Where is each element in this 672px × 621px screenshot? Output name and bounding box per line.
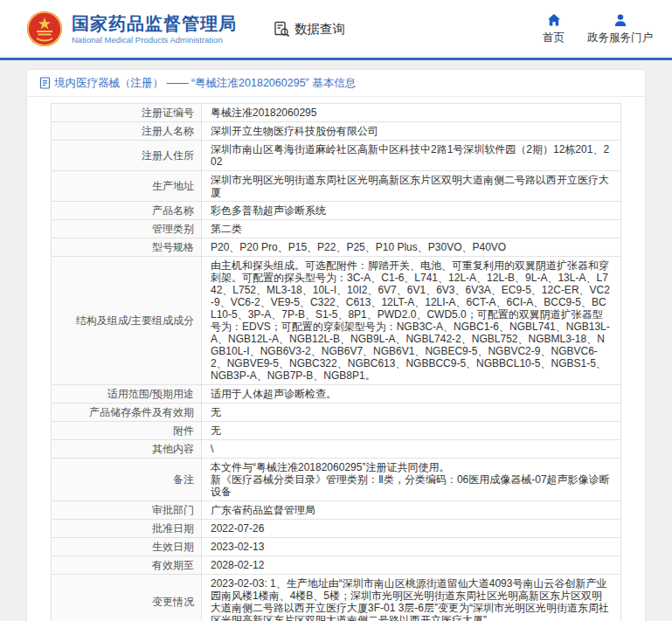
field-label: 批准日期	[52, 520, 202, 538]
field-value: 由主机和探头组成。可选配附件：脚踏开关、电池、可重复利用的双翼阴道扩张器和穿刺架…	[202, 257, 621, 385]
table-row: 其他内容\	[52, 440, 621, 459]
table-row: 审批部门广东省药品监督管理局	[52, 501, 621, 520]
field-label: 备注	[52, 459, 202, 501]
table-row: 生产地址深圳市光明区光明街道东周社区光明高新区东片区双明大道南侧二号路以西开立医…	[52, 171, 621, 202]
field-label: 审批部门	[52, 501, 202, 520]
field-value: 深圳市光明区光明街道东周社区光明高新区东片区双明大道南侧二号路以西开立医疗大厦	[202, 171, 621, 202]
table-row: 注册人住所深圳市南山区粤海街道麻岭社区高新中区科技中2路1号深圳软件园（2期）1…	[52, 141, 621, 171]
field-value: 彩色多普勒超声诊断系统	[202, 202, 621, 220]
table-row: 批准日期2022-07-26	[52, 520, 621, 538]
field-label: 型号规格	[52, 238, 202, 257]
field-label: 管理类别	[52, 220, 202, 238]
page: 国家药品监督管理局 National Medical Products Admi…	[0, 0, 672, 621]
nav-data-query[interactable]: 数据查询	[274, 21, 345, 38]
table-row: 管理类别第二类	[52, 220, 621, 238]
info-table-wrap: 注册证编号粤械注准20182060295 注册人名称深圳开立生物医疗科技股份有限…	[27, 97, 645, 621]
data-query-icon	[274, 21, 290, 38]
header-accent-rule	[0, 58, 672, 60]
agency-subtitle: National Medical Products Administration	[72, 34, 237, 45]
field-label: 其他内容	[52, 440, 202, 459]
field-value: 2023-02-03: 1、生产地址由“深圳市南山区桃源街道留仙大道4093号南…	[202, 575, 621, 621]
user-icon	[613, 13, 627, 27]
field-value: 粤械注准20182060295	[202, 104, 621, 122]
data-query-label: 数据查询	[294, 21, 345, 38]
field-value: 深圳市南山区粤海街道麻岭社区高新中区科技中2路1号深圳软件园（2期）12栋201…	[202, 141, 621, 171]
table-row: 结构及组成/主要组成成分由主机和探头组成。可选配附件：脚踏开关、电池、可重复利用…	[52, 257, 621, 385]
field-label: 产品储存条件及有效期	[52, 404, 202, 422]
field-value: 第二类	[202, 220, 621, 238]
field-label: 生产地址	[52, 171, 202, 202]
nmpa-logo[interactable]: 国家药品监督管理局 National Medical Products Admi…	[26, 10, 237, 47]
field-value: 2022-07-26	[202, 520, 621, 538]
table-row: 注册证编号粤械注准20182060295	[52, 104, 621, 122]
national-emblem-icon	[26, 10, 63, 47]
field-label: 注册人名称	[52, 122, 202, 141]
table-row: 适用范围/预期用途适用于人体超声诊断检查。	[52, 385, 621, 404]
field-label: 注册证编号	[52, 104, 202, 122]
field-label: 生效日期	[52, 538, 202, 556]
table-row: 注册人名称深圳开立生物医疗科技股份有限公司	[52, 122, 621, 141]
field-label: 结构及组成/主要组成成分	[52, 257, 202, 385]
document-icon	[39, 77, 51, 89]
table-row: 有效期至2028-02-12	[52, 556, 621, 575]
agency-title: 国家药品监督管理局	[72, 13, 237, 34]
table-row: 生效日期2023-02-13	[52, 538, 621, 556]
page-title: 境内医疗器械（注册） —— “粤械注准20182060295” 基本信息	[54, 76, 356, 91]
header-nav: 首页 政务服务门户	[543, 13, 658, 45]
field-value: 无	[202, 422, 621, 440]
table-row: 附件无	[52, 422, 621, 440]
logo-text: 国家药品监督管理局 National Medical Products Admi…	[72, 13, 237, 45]
site-header: 国家药品监督管理局 National Medical Products Admi…	[0, 0, 672, 58]
field-label: 注册人住所	[52, 141, 202, 171]
field-value: 2023-02-13	[202, 538, 621, 556]
field-label: 适用范围/预期用途	[52, 385, 202, 404]
table-row: 变更情况2023-02-03: 1、生产地址由“深圳市南山区桃源街道留仙大道40…	[52, 575, 621, 621]
field-value: 无	[202, 404, 621, 422]
field-value: 广东省药品监督管理局	[202, 501, 621, 520]
content-panel: 境内医疗器械（注册） —— “粤械注准20182060295” 基本信息 注册证…	[26, 69, 646, 621]
home-icon	[547, 13, 561, 27]
field-label: 附件	[52, 422, 202, 440]
table-row: 产品储存条件及有效期无	[52, 404, 621, 422]
field-value: \	[202, 440, 621, 459]
field-value: 2028-02-12	[202, 556, 621, 575]
field-value: 本文件与“粤械注准20182060295”注册证共同使用。 新《医疗器械分类目录…	[202, 459, 621, 501]
nav-portal-label: 政务服务门户	[587, 31, 653, 45]
nav-home-label: 首页	[543, 31, 565, 45]
field-label: 产品名称	[52, 202, 202, 220]
field-value: 深圳开立生物医疗科技股份有限公司	[202, 122, 621, 141]
field-value: P20、P20 Pro、P15、P22、P25、P10 Plus、P30VO、P…	[202, 238, 621, 257]
field-label: 变更情况	[52, 575, 202, 621]
table-row: 备注本文件与“粤械注准20182060295”注册证共同使用。 新《医疗器械分类…	[52, 459, 621, 501]
nav-portal[interactable]: 政务服务门户	[587, 13, 653, 45]
nav-home[interactable]: 首页	[543, 13, 565, 45]
field-value: 适用于人体超声诊断检查。	[202, 385, 621, 404]
breadcrumb: 境内医疗器械（注册） —— “粤械注准20182060295” 基本信息	[27, 70, 645, 97]
table-row: 产品名称彩色多普勒超声诊断系统	[52, 202, 621, 220]
table-row: 型号规格P20、P20 Pro、P15、P22、P25、P10 Plus、P30…	[52, 238, 621, 257]
field-label: 有效期至	[52, 556, 202, 575]
registration-info-table: 注册证编号粤械注准20182060295 注册人名称深圳开立生物医疗科技股份有限…	[51, 103, 621, 621]
